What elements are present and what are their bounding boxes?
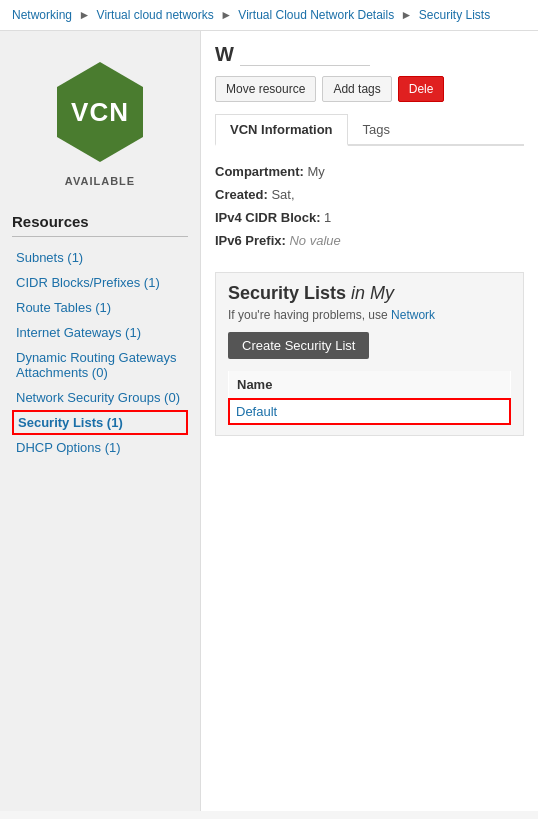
info-compartment: Compartment: My [215, 164, 524, 179]
sidebar-link-internet-gateways[interactable]: Internet Gateways (1) [16, 325, 141, 340]
tab-vcn-information[interactable]: VCN Information [215, 114, 348, 146]
security-subtitle: If you're having problems, use Network [228, 308, 511, 322]
sidebar-item-dhcp[interactable]: DHCP Options (1) [12, 435, 188, 460]
compartment-value: My [307, 164, 324, 179]
vcn-title-input[interactable] [240, 43, 370, 66]
security-table: Name Default [228, 371, 511, 425]
vcn-title-prefix: W [215, 43, 234, 66]
sidebar-link-security-lists[interactable]: Security Lists (1) [18, 415, 123, 430]
resources-divider [12, 236, 188, 237]
table-row: Default [229, 399, 510, 424]
sidebar-link-cidr[interactable]: CIDR Blocks/Prefixes (1) [16, 275, 160, 290]
content-area: W Move resource Add tags Dele VCN Inform… [200, 31, 538, 811]
add-tags-button[interactable]: Add tags [322, 76, 391, 102]
info-ipv6: IPv6 Prefix: No value [215, 233, 524, 248]
security-lists-title-italic: in My [351, 283, 394, 303]
vcn-hexagon: VCN [50, 62, 150, 162]
ipv4-label: IPv4 CIDR Block: [215, 210, 320, 225]
sidebar-item-route-tables[interactable]: Route Tables (1) [12, 295, 188, 320]
created-label: Created: [215, 187, 268, 202]
sidebar-item-security-lists[interactable]: Security Lists (1) [12, 410, 188, 435]
security-list-default-link[interactable]: Default [236, 404, 277, 419]
breadcrumb-vcn-details[interactable]: Virtual Cloud Network Details [238, 8, 394, 22]
hexagon-container: VCN [45, 57, 155, 167]
create-security-list-button[interactable]: Create Security List [228, 332, 369, 359]
breadcrumb: Networking ► Virtual cloud networks ► Vi… [0, 0, 538, 31]
resources-title: Resources [12, 213, 188, 230]
info-created: Created: Sat, [215, 187, 524, 202]
security-lists-title-text: Security Lists [228, 283, 346, 303]
sidebar-link-subnets[interactable]: Subnets (1) [16, 250, 83, 265]
resources-section: Resources Subnets (1) CIDR Blocks/Prefix… [0, 197, 200, 468]
ipv6-value: No value [289, 233, 340, 248]
sidebar-item-nsg[interactable]: Network Security Groups (0) [12, 385, 188, 410]
main-layout: VCN AVAILABLE Resources Subnets (1) CIDR… [0, 31, 538, 811]
security-subtitle-link[interactable]: Network [391, 308, 435, 322]
security-subtitle-text: If you're having problems, use [228, 308, 388, 322]
table-cell-name: Default [229, 399, 510, 424]
ipv4-value: 1 [324, 210, 331, 225]
action-buttons: Move resource Add tags Dele [215, 76, 524, 102]
breadcrumb-sep-1: ► [78, 8, 90, 22]
sidebar-item-drg[interactable]: Dynamic Routing Gateways Attachments (0) [12, 345, 188, 385]
sidebar-link-route-tables[interactable]: Route Tables (1) [16, 300, 111, 315]
breadcrumb-security-lists[interactable]: Security Lists [419, 8, 490, 22]
sidebar-link-dhcp[interactable]: DHCP Options (1) [16, 440, 121, 455]
sidebar-link-nsg[interactable]: Network Security Groups (0) [16, 390, 180, 405]
sidebar-item-cidr[interactable]: CIDR Blocks/Prefixes (1) [12, 270, 188, 295]
vcn-info: Compartment: My Created: Sat, IPv4 CIDR … [215, 158, 524, 262]
ipv6-label: IPv6 Prefix: [215, 233, 286, 248]
vcn-hexagon-text: VCN [71, 97, 129, 128]
vcn-logo-area: VCN AVAILABLE [0, 41, 200, 197]
sidebar: VCN AVAILABLE Resources Subnets (1) CIDR… [0, 31, 200, 811]
vcn-title-row: W [215, 43, 524, 66]
breadcrumb-sep-3: ► [401, 8, 413, 22]
move-resource-button[interactable]: Move resource [215, 76, 316, 102]
sidebar-item-subnets[interactable]: Subnets (1) [12, 245, 188, 270]
security-lists-title: Security Lists in My [228, 283, 511, 304]
tabs: VCN Information Tags [215, 114, 524, 146]
delete-button[interactable]: Dele [398, 76, 445, 102]
tab-tags[interactable]: Tags [348, 114, 405, 144]
vcn-status: AVAILABLE [65, 175, 135, 187]
security-lists-section: Security Lists in My If you're having pr… [215, 272, 524, 436]
breadcrumb-sep-2: ► [220, 8, 232, 22]
info-ipv4: IPv4 CIDR Block: 1 [215, 210, 524, 225]
table-header-name: Name [229, 371, 510, 399]
sidebar-link-drg[interactable]: Dynamic Routing Gateways Attachments (0) [16, 350, 176, 380]
compartment-label: Compartment: [215, 164, 304, 179]
created-value: Sat, [271, 187, 294, 202]
breadcrumb-vcn[interactable]: Virtual cloud networks [97, 8, 214, 22]
sidebar-item-internet-gateways[interactable]: Internet Gateways (1) [12, 320, 188, 345]
breadcrumb-networking[interactable]: Networking [12, 8, 72, 22]
